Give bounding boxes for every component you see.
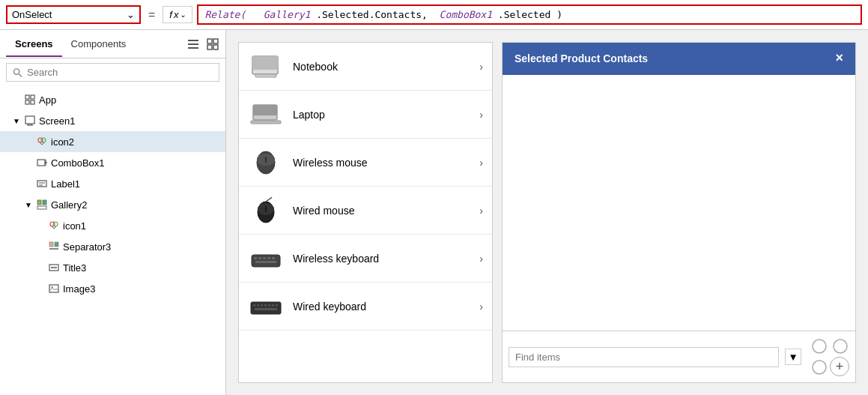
- svg-rect-59: [255, 261, 276, 263]
- gallery2-chevron[interactable]: ▼: [24, 201, 33, 209]
- svg-rect-10: [31, 95, 34, 99]
- svg-rect-27: [37, 200, 41, 205]
- svg-rect-11: [25, 100, 29, 104]
- dropdown-label: OnSelect: [12, 9, 52, 20]
- gallery-item-label-wired-mouse: Wired mouse: [293, 205, 470, 217]
- image-icon: [48, 283, 60, 295]
- formula-bar: OnSelect ⌄ = fx ⌄ Relate( Gallery1 .Sele…: [0, 0, 868, 30]
- svg-rect-55: [258, 257, 261, 259]
- chevron-down-icon: ⌄: [127, 9, 135, 20]
- fx-label: f: [169, 9, 172, 20]
- tree-label-app: App: [39, 94, 56, 106]
- svg-point-69: [813, 340, 826, 353]
- svg-rect-5: [207, 45, 212, 49]
- tree-item-screen1[interactable]: ▼ Screen1: [0, 110, 225, 131]
- add-button-group: +: [810, 337, 849, 376]
- add-relate-button[interactable]: +: [830, 357, 849, 376]
- find-items-input[interactable]: [509, 347, 779, 367]
- product-contacts-panel: Selected Product Contacts × ▼: [502, 42, 856, 383]
- gallery-item-label-notebook: Notebook: [293, 61, 470, 73]
- tabs-bar: Screens Components: [0, 30, 225, 58]
- tree-item-separator3[interactable]: ▶ Separator3: [0, 236, 225, 257]
- tree-label-separator3: Separator3: [63, 241, 111, 253]
- close-icon[interactable]: ×: [835, 50, 843, 66]
- separator-icon: [48, 241, 60, 253]
- svg-rect-63: [261, 304, 263, 307]
- gallery-item-label-wired-keyboard: Wired keyboard: [293, 301, 470, 313]
- tree-item-app[interactable]: ▶ App: [0, 89, 225, 110]
- grid-view-icon[interactable]: [206, 37, 219, 51]
- gallery-icon: [36, 199, 48, 211]
- svg-rect-68: [255, 308, 277, 310]
- svg-rect-54: [254, 257, 257, 259]
- search-box: [6, 63, 219, 82]
- product-panel-header: Selected Product Contacts ×: [503, 43, 855, 73]
- svg-rect-66: [272, 304, 274, 307]
- tree-item-icon2[interactable]: ▶ icon2: [0, 131, 225, 152]
- svg-rect-57: [267, 257, 270, 259]
- onselect-dropdown[interactable]: OnSelect ⌄: [6, 5, 141, 24]
- gallery-item-label-wireless-mouse: Wireless mouse: [293, 157, 470, 169]
- tree-item-label1[interactable]: ▶ Label1: [0, 173, 225, 194]
- svg-rect-46: [251, 121, 281, 124]
- gallery-item-wireless-mouse[interactable]: Wireless mouse ›: [239, 139, 492, 187]
- gallery-item-wired-keyboard[interactable]: Wired keyboard ›: [239, 283, 492, 331]
- tree-item-icon1[interactable]: ▶ icon1: [0, 215, 225, 236]
- right-content: Notebook › Laptop ›: [226, 30, 868, 395]
- svg-rect-28: [43, 200, 46, 205]
- svg-rect-12: [31, 100, 34, 104]
- svg-rect-62: [257, 304, 259, 307]
- gallery-item-laptop[interactable]: Laptop ›: [239, 91, 492, 139]
- list-view-icon[interactable]: [186, 37, 200, 51]
- svg-rect-34: [49, 242, 53, 247]
- tree-item-image3[interactable]: ▶ Image3: [0, 278, 225, 299]
- gallery-item-notebook[interactable]: Notebook ›: [239, 43, 492, 91]
- tab-screens[interactable]: Screens: [6, 32, 62, 57]
- label-icon: [36, 178, 48, 190]
- left-panel: Screens Components ▶: [0, 30, 226, 395]
- gallery-chevron-wireless-mouse: ›: [479, 157, 483, 169]
- svg-point-71: [813, 361, 826, 374]
- formula-combobox1: ComboBox1: [440, 9, 492, 20]
- laptop-icon: [248, 101, 284, 128]
- svg-point-18: [41, 138, 46, 142]
- tree-label-icon2: icon2: [51, 136, 74, 148]
- svg-rect-58: [272, 257, 275, 259]
- svg-rect-24: [37, 181, 46, 187]
- gallery-item-wired-mouse[interactable]: Wired mouse ›: [239, 187, 492, 235]
- gallery-item-label-wireless-keyboard: Wireless keyboard: [293, 253, 470, 265]
- svg-rect-35: [55, 242, 58, 247]
- gallery-chevron-wireless-keyboard: ›: [479, 253, 483, 265]
- svg-rect-21: [37, 160, 45, 166]
- svg-line-8: [19, 73, 22, 76]
- search-input[interactable]: [27, 67, 213, 78]
- notebook-icon: [248, 53, 284, 80]
- svg-rect-39: [49, 285, 58, 292]
- tree-item-gallery2[interactable]: ▼ Gallery2: [0, 194, 225, 215]
- combobox-icon: [36, 157, 48, 169]
- tree-item-title3[interactable]: ▶ Title3: [0, 257, 225, 278]
- gallery-item-wireless-keyboard[interactable]: Wireless keyboard ›: [239, 235, 492, 283]
- formula-input[interactable]: Relate( Gallery1 .Selected.Contacts, Com…: [197, 4, 862, 25]
- product-panel-body: [503, 73, 855, 331]
- screen1-chevron[interactable]: ▼: [12, 117, 21, 125]
- gallery-chevron-wired-mouse: ›: [479, 205, 483, 217]
- tree-label-title3: Title3: [63, 262, 86, 274]
- svg-rect-43: [255, 74, 276, 77]
- gallery-chevron-wired-keyboard: ›: [479, 301, 483, 313]
- equals-sign: =: [145, 8, 158, 22]
- tree-label-combobox1: ComboBox1: [51, 157, 105, 169]
- svg-point-7: [13, 68, 19, 73]
- tree-item-combobox1[interactable]: ▶ ComboBox1: [0, 152, 225, 173]
- tab-components[interactable]: Components: [62, 32, 136, 57]
- tree-label-image3: Image3: [63, 283, 95, 295]
- gallery-chevron-laptop: ›: [479, 109, 483, 121]
- tree-label-label1: Label1: [51, 178, 80, 190]
- wireless-keyboard-icon: [248, 245, 284, 272]
- find-items-dropdown-btn[interactable]: ▼: [785, 349, 801, 365]
- wired-mouse-icon: [248, 197, 284, 224]
- screen-icon: [24, 115, 36, 127]
- svg-rect-2: [188, 47, 198, 49]
- formula-relate: Relate(: [204, 9, 246, 20]
- fx-button[interactable]: fx ⌄: [163, 6, 192, 23]
